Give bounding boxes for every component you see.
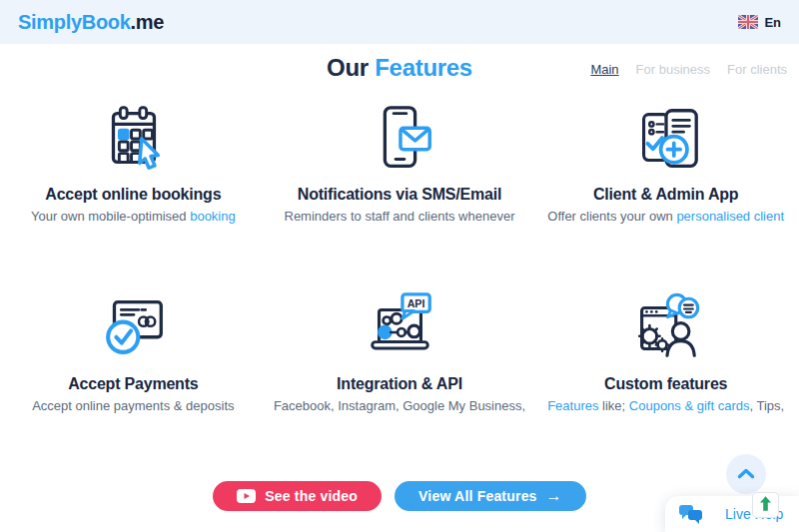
feature-description: Reminders to staff and clients whenever xyxy=(267,209,533,224)
phone-envelope-icon xyxy=(267,100,533,180)
feature-row-1: Accept online bookings Your own mobile-o… xyxy=(0,100,799,224)
feature-title: Accept online bookings xyxy=(0,186,267,204)
feature-desc-text: , Tips, xyxy=(750,398,785,413)
feature-card-client-admin-app[interactable]: Client & Admin App Offer clients your ow… xyxy=(532,100,799,224)
feature-card-integration-api[interactable]: API Integration & API Facebook, Instagra… xyxy=(267,289,533,413)
feature-description: Features like; Coupons & gift cards, Tip… xyxy=(532,398,799,413)
scroll-to-top-button[interactable] xyxy=(726,454,766,494)
browser-gear-person-icon xyxy=(532,289,799,369)
feature-link[interactable]: Features xyxy=(547,398,598,413)
feature-title: Custom features xyxy=(532,375,799,393)
mini-scroll-up-button[interactable] xyxy=(752,492,779,518)
logo-primary: SimplyBook xyxy=(18,11,131,33)
feature-desc-text: Your own mobile-optimised xyxy=(31,209,190,224)
chat-bubbles-icon xyxy=(679,505,703,524)
logo[interactable]: SimplyBook.me xyxy=(18,11,164,34)
nav-for-clients[interactable]: For clients xyxy=(727,62,787,77)
feature-desc-text: Offer clients your own xyxy=(547,209,676,224)
feature-card-accept-online-bookings[interactable]: Accept online bookings Your own mobile-o… xyxy=(0,100,267,224)
feature-desc-text: Accept online payments & deposits xyxy=(32,398,234,413)
feature-title: Integration & API xyxy=(267,375,533,393)
uk-flag-icon xyxy=(738,15,758,29)
header: SimplyBook.me En xyxy=(0,0,799,44)
card-check-icon xyxy=(0,289,267,369)
see-video-label: See the video xyxy=(265,488,358,504)
feature-link[interactable]: personalised client xyxy=(676,209,784,224)
view-all-features-button[interactable]: View All Features → xyxy=(395,481,586,511)
feature-link[interactable]: booking xyxy=(190,209,236,224)
features-nav: MainFor businessFor clients xyxy=(590,62,787,77)
green-up-arrow-icon xyxy=(760,496,771,515)
feature-card-notifications-sms-email[interactable]: Notifications via SMS/Email Reminders to… xyxy=(267,100,533,224)
page-title-accent: Features xyxy=(375,54,472,81)
view-all-label: View All Features xyxy=(418,488,537,504)
youtube-play-icon xyxy=(237,489,256,503)
feature-link[interactable]: Coupons & gift cards xyxy=(629,398,750,413)
feature-title: Client & Admin App xyxy=(532,186,799,204)
feature-desc-text: Reminders to staff and clients whenever xyxy=(285,209,515,224)
feature-description: Facebook, Instagram, Google My Business, xyxy=(267,398,533,413)
arrow-right-icon: → xyxy=(546,487,562,505)
feature-row-2: Accept Payments Accept online payments &… xyxy=(0,289,799,413)
feature-description: Your own mobile-optimised booking xyxy=(0,209,267,224)
feature-card-accept-payments[interactable]: Accept Payments Accept online payments &… xyxy=(0,289,267,413)
feature-card-custom-features[interactable]: Custom features Features like; Coupons &… xyxy=(532,289,799,413)
feature-desc-text: Facebook, Instagram, Google My Business, xyxy=(274,398,525,413)
dual-phones-plus-icon xyxy=(532,100,799,180)
laptop-api-icon: API xyxy=(267,289,533,369)
nav-for-business[interactable]: For business xyxy=(636,62,710,77)
feature-description: Offer clients your own personalised clie… xyxy=(532,209,799,224)
feature-title: Notifications via SMS/Email xyxy=(267,186,533,204)
see-video-button[interactable]: See the video xyxy=(213,481,382,511)
calendar-cursor-icon xyxy=(0,100,267,180)
logo-suffix: .me xyxy=(131,11,165,33)
nav-main[interactable]: Main xyxy=(590,62,618,77)
page-title-prefix: Our xyxy=(327,54,375,81)
language-label: En xyxy=(764,15,781,30)
feature-title: Accept Payments xyxy=(0,375,267,393)
page: SimplyBook.me En Our Features MainFor bu… xyxy=(0,0,799,532)
language-switcher[interactable]: En xyxy=(738,15,781,30)
feature-desc-text: like; xyxy=(598,398,628,413)
chevron-up-icon xyxy=(737,467,755,482)
section-head: Our Features MainFor businessFor clients xyxy=(0,54,799,86)
feature-description: Accept online payments & deposits xyxy=(0,398,267,413)
svg-text:API: API xyxy=(407,297,425,309)
